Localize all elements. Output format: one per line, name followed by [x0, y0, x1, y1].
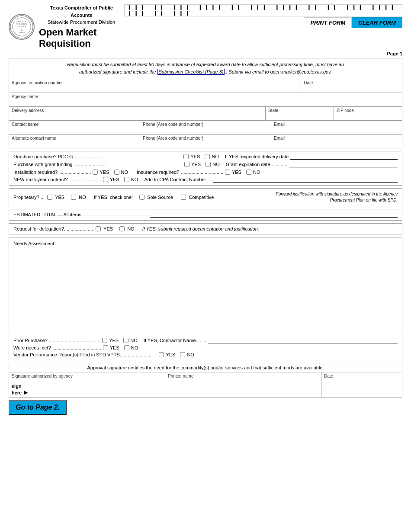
sole-source-checkbox[interactable] — [139, 195, 144, 200]
alt-phone-cell: Phone (Area code and number) — [140, 135, 271, 148]
prior-purchase-row: Prior Purchase? ........................… — [13, 338, 398, 343]
estimated-total-input[interactable] — [150, 212, 398, 218]
agency-name-cell: Agency name — [9, 93, 402, 106]
state-input[interactable] — [268, 114, 331, 119]
address-row: Delivery address State ZIP code — [9, 107, 402, 121]
header-left: OFFICE OF THE COMP- TROLLER ★ TEXAS Texa… — [9, 4, 124, 49]
logo: OFFICE OF THE COMP- TROLLER ★ TEXAS — [9, 14, 35, 40]
contact-phone-input[interactable] — [143, 128, 268, 133]
agency-req-cell: Agency requisition number — [9, 79, 301, 93]
cpa-contract-number-input[interactable] — [213, 177, 398, 183]
header: OFFICE OF THE COMP- TROLLER ★ TEXAS Texa… — [9, 4, 402, 49]
one-time-row: One-time purchase? PCC G ...............… — [13, 154, 398, 160]
delivery-address-cell: Delivery address — [9, 107, 266, 120]
grant-no-checkbox[interactable] — [206, 162, 211, 167]
print-form-button[interactable]: PRINT FORM — [304, 17, 352, 28]
date-cell: Date — [301, 79, 402, 93]
svg-text:★: ★ — [21, 29, 23, 31]
goto-page2-button[interactable]: Go to Page 2. — [9, 400, 67, 415]
barcode: ||| || ||| |||| || ||| |||| || || ||| ||… — [124, 4, 402, 16]
approval-notice: Approval signature certifies the need fo… — [9, 363, 402, 372]
deleg-yes-checkbox[interactable] — [96, 226, 101, 231]
prop-no-checkbox[interactable] — [71, 195, 76, 200]
svg-text:TROLLER: TROLLER — [17, 26, 26, 28]
needs-assessment-section: Needs Assessment: — [9, 237, 402, 332]
needs-assessment-label: Needs Assessment: — [13, 241, 398, 246]
needs-no-checkbox[interactable] — [124, 345, 129, 350]
alt-contact-row: Alternate contact name Phone (Area code … — [9, 135, 402, 148]
prior-yes-checkbox[interactable] — [102, 338, 107, 343]
contact-name-input[interactable] — [12, 128, 137, 133]
vendor-performance-row: Vendor Performance Report(s) Filed in SP… — [13, 352, 398, 357]
contact-name-cell: Contact name — [9, 121, 140, 134]
alt-contact-input[interactable] — [12, 141, 137, 147]
multi-yes-checkbox[interactable] — [103, 177, 108, 182]
vendor-yes-checkbox[interactable] — [159, 352, 164, 357]
agency-name-input[interactable] — [12, 100, 399, 105]
approval-fields: Signature authorized by agency signhere … — [9, 372, 402, 397]
alt-phone-input[interactable] — [143, 141, 268, 147]
install-no-checkbox[interactable] — [114, 170, 119, 175]
one-time-no-checkbox[interactable] — [205, 154, 210, 159]
notice-row: Requisition must be submitted at least 9… — [9, 58, 402, 79]
checkboxes-section: One-time purchase? PCC G ...............… — [9, 151, 402, 186]
multi-year-row: NEW multi-year contract? ...............… — [13, 177, 398, 183]
agency-name-row: Agency name — [9, 93, 402, 107]
contact-email-cell: Email — [271, 121, 402, 134]
page-container: OFFICE OF THE COMP- TROLLER ★ TEXAS Texa… — [0, 0, 411, 532]
svg-text:OFFICE OF: OFFICE OF — [16, 20, 26, 22]
agency-title: Texas Comptroller of Public Accounts Sta… — [39, 4, 124, 26]
multi-no-checkbox[interactable] — [124, 177, 129, 182]
zip-input[interactable] — [337, 114, 399, 119]
delivery-address-input[interactable] — [12, 114, 263, 119]
state-cell: State — [266, 107, 334, 120]
one-time-delivery-date-input[interactable] — [290, 154, 398, 160]
grant-row: Purchase with grant funding ............… — [13, 162, 398, 167]
contact-row: Contact name Phone (Area code and number… — [9, 121, 402, 135]
alt-email-cell: Email — [271, 135, 402, 148]
contact-phone-cell: Phone (Area code and number) — [140, 121, 271, 134]
needs-assessment-textarea[interactable] — [13, 248, 398, 326]
title-block: Texas Comptroller of Public Accounts Sta… — [39, 4, 124, 49]
estimated-section: ESTIMATED TOTAL — All items ............… — [9, 209, 402, 221]
prior-section: Prior Purchase? ........................… — [9, 335, 402, 360]
alt-contact-cell: Alternate contact name — [9, 135, 140, 148]
printed-name-input[interactable] — [168, 384, 318, 389]
vendor-no-checkbox[interactable] — [180, 352, 185, 357]
approval-date-cell: Date — [321, 372, 402, 397]
needs-met-row: Were needs met? ........................… — [13, 345, 398, 350]
install-yes-checkbox[interactable] — [93, 170, 98, 175]
competitive-checkbox[interactable] — [181, 195, 186, 200]
prior-no-checkbox[interactable] — [123, 338, 128, 343]
contact-email-input[interactable] — [274, 128, 399, 133]
svg-text:TEXAS: TEXAS — [19, 32, 25, 34]
approval-section: Approval signature certifies the need fo… — [9, 363, 402, 397]
proprietary-section: Proprietary?.... YES NO If YES, check on… — [9, 188, 402, 206]
printed-name-cell: Printed name — [165, 372, 321, 397]
agency-req-input[interactable] — [12, 86, 298, 91]
prop-yes-checkbox[interactable] — [47, 195, 52, 200]
proprietary-note: Forward justification with signature as … — [259, 191, 398, 203]
req-date-row: Agency requisition number Date — [9, 79, 402, 93]
alt-email-input[interactable] — [274, 141, 399, 147]
submission-checklist-link[interactable]: Submission Checklist (Page 3) — [157, 69, 225, 75]
one-time-yes-checkbox[interactable] — [183, 154, 189, 159]
needs-yes-checkbox[interactable] — [103, 345, 108, 350]
insurance-yes-checkbox[interactable] — [225, 170, 230, 175]
form-title: Open Market Requisition — [39, 27, 124, 49]
page-number: Page 1 — [9, 51, 402, 56]
header-right: ||| || ||| |||| || ||| |||| || || ||| ||… — [124, 4, 402, 28]
signature-cell: Signature authorized by agency signhere … — [9, 372, 165, 397]
grant-yes-checkbox[interactable] — [184, 162, 189, 167]
deleg-no-checkbox[interactable] — [119, 226, 125, 231]
date-input[interactable] — [304, 86, 399, 91]
main-form: Requisition must be submitted at least 9… — [9, 58, 402, 148]
delegation-section: Request for delegation?.................… — [9, 223, 402, 234]
grant-expiration-input[interactable] — [289, 162, 398, 167]
contractor-name-input[interactable] — [208, 338, 398, 343]
zip-cell: ZIP code — [334, 107, 402, 120]
clear-form-button[interactable]: CLEAR FORM — [352, 17, 402, 28]
approval-date-input[interactable] — [324, 384, 399, 389]
insurance-no-checkbox[interactable] — [246, 170, 251, 175]
button-row: PRINT FORM CLEAR FORM — [304, 17, 402, 28]
